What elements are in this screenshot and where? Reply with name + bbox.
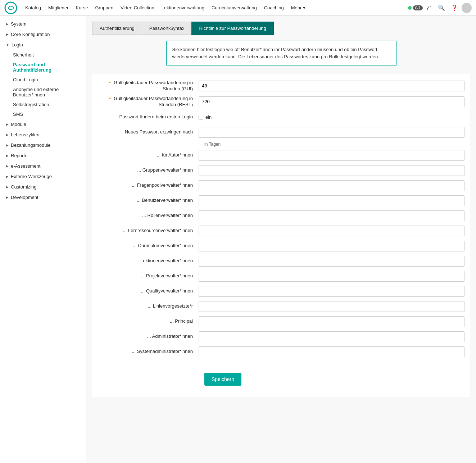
label-fragenpoolverwalter: ... Fragenpoolverwalter*innen <box>98 182 199 189</box>
input-lernressourcenverwalter[interactable] <box>199 226 464 236</box>
form-row-benutzerverwalter: ... Benutzerverwalter*innen <box>98 195 464 206</box>
label-administrator: ... Administrator*innen <box>98 333 199 340</box>
required-star-rest: ✶ <box>108 96 112 101</box>
label-first-login: Passwort ändern beim ersten Login <box>98 114 199 120</box>
input-autor[interactable] <box>199 150 464 161</box>
login-arrow <box>6 43 9 47</box>
input-rollenverwalter[interactable] <box>199 210 464 221</box>
input-gui-hours[interactable] <box>199 81 464 91</box>
label-rest-hours: ✶ Gültigkeitsdauer Passwortänderung in S… <box>98 96 199 108</box>
input-qualityverwalter[interactable] <box>199 286 464 297</box>
input-force-new[interactable] <box>199 127 464 138</box>
input-systemadministrator[interactable] <box>199 346 464 357</box>
nav-lektionenverwaltung[interactable]: Lektionenverwaltung <box>159 4 207 12</box>
form-row-rollenverwalter: ... Rollenverwalter*innen <box>98 210 464 222</box>
sidebar-item-development[interactable]: Development <box>0 192 86 203</box>
form-row-rest-hours: ✶ Gültigkeitsdauer Passwortänderung in S… <box>98 96 464 108</box>
form-row-principal: ... Principal <box>98 316 464 327</box>
nav-mehr[interactable]: Mehr ▾ <box>288 4 308 12</box>
sidebar-item-module[interactable]: Module <box>0 119 86 130</box>
print-button[interactable]: 🖨 <box>424 3 434 13</box>
system-arrow <box>6 22 9 26</box>
externe-arrow <box>6 174 9 178</box>
form-row-gruppenverwalter: ... Gruppenverwalter*innen <box>98 165 464 176</box>
nav-curriculumverwaltung[interactable]: Curriculumverwaltung <box>209 4 260 12</box>
sidebar-label-password-auth: Password und Authentifizierung <box>13 62 51 73</box>
nav-mitglieder[interactable]: Mitglieder <box>45 4 71 12</box>
label-principal: ... Principal <box>98 318 199 324</box>
tab-authentifizierung[interactable]: Authentifizierung <box>92 22 142 35</box>
tab-passwort-syntax[interactable]: Passwort-Syntax <box>142 22 192 35</box>
tab-richtlinie[interactable]: Richtlinie zur Passwortänderung <box>191 22 273 35</box>
sidebar-item-anon-ext[interactable]: Anonyme und externe Benutzer*innen <box>0 85 86 100</box>
sidebar-item-system[interactable]: System <box>0 19 86 29</box>
sidebar-label-reporte: Reporte <box>11 153 27 158</box>
sidebar-item-bezahlungsmodule[interactable]: Bezahlungsmodule <box>0 140 86 150</box>
form-row-qualityverwalter: ... Qualityverwalter*innen <box>98 286 464 297</box>
input-lektionenverwalter[interactable] <box>199 256 464 267</box>
logo[interactable] <box>4 1 17 14</box>
sidebar-label-cloud-login: Cloud Login <box>13 77 38 82</box>
input-benutzerverwalter[interactable] <box>199 195 464 206</box>
sidebar-item-selbstregistration[interactable]: Selbstregistration <box>0 100 86 109</box>
sidebar-label-anon-ext: Anonyme und externe Benutzer*innen <box>13 87 59 97</box>
sidebar-item-reporte[interactable]: Reporte <box>0 150 86 161</box>
sidebar-item-sms[interactable]: SMS <box>0 109 86 119</box>
sidebar-item-cloud-login[interactable]: Cloud Login <box>0 75 86 85</box>
save-button[interactable]: Speichern <box>204 373 241 386</box>
sidebar-item-login[interactable]: Login <box>0 40 86 50</box>
form-row-lektionenverwalter: ... Lektionenverwalter*innen <box>98 255 464 267</box>
form-row-projektverwalter: ... Projektverwalter*innen <box>98 271 464 282</box>
search-button[interactable]: 🔍 <box>436 3 447 13</box>
sidebar-item-sicherheit[interactable]: Sicherheit <box>0 50 86 60</box>
input-curriculumverwalter[interactable] <box>199 241 464 251</box>
form-row-lernressourcenverwalter: ... Lernressourcenverwalter*innen <box>98 225 464 237</box>
development-arrow <box>6 195 9 199</box>
sidebar-label-customizing: Customizing <box>11 184 37 190</box>
sidebar-label-sicherheit: Sicherheit <box>13 52 34 58</box>
user-avatar[interactable] <box>462 3 472 13</box>
label-systemadministrator: ... Systemadministrator*innen <box>98 349 199 355</box>
form-row-linienvorgesetzte: ... Linienvorgesetzte*r <box>98 301 464 312</box>
checkbox-first-login[interactable] <box>199 115 203 119</box>
required-star-gui: ✶ <box>108 80 112 85</box>
label-gui-hours: ✶ Gültigkeitsdauer Passwortänderung in S… <box>98 80 199 92</box>
nav-kurse[interactable]: Kurse <box>73 4 91 12</box>
input-administrator[interactable] <box>199 331 464 342</box>
sidebar-item-lebenszyklen[interactable]: Lebenszyklen <box>0 130 86 140</box>
nav-katalog[interactable]: Katalog <box>22 4 44 12</box>
sidebar-label-module: Module <box>11 122 26 127</box>
input-fragenpoolverwalter[interactable] <box>199 180 464 191</box>
input-gruppenverwalter[interactable] <box>199 165 464 176</box>
sidebar-label-login: Login <box>12 42 23 47</box>
nav-video-collection[interactable]: Video Collection <box>118 4 157 12</box>
label-projektverwalter: ... Projektverwalter*innen <box>98 273 199 279</box>
label-rollenverwalter: ... Rollenverwalter*innen <box>98 213 199 219</box>
sidebar-item-externe-werkzeuge[interactable]: Externe Werkzeuge <box>0 171 86 182</box>
nav-gruppen[interactable]: Gruppen <box>92 4 116 12</box>
sidebar-item-e-assessment[interactable]: e-Assessment <box>0 161 86 171</box>
input-rest-hours[interactable] <box>199 96 464 107</box>
info-box-text: Sie können hier festlegen wie oft Benutz… <box>172 47 379 59</box>
input-linienvorgesetzte[interactable] <box>199 301 464 312</box>
help-button[interactable]: ❓ <box>449 3 460 13</box>
lebenszyklen-arrow <box>6 133 9 137</box>
tab-bar: Authentifizierung Passwort-Syntax Richtl… <box>92 22 470 35</box>
save-row: Speichern <box>98 361 464 391</box>
sidebar-label-lebenszyklen: Lebenszyklen <box>11 132 40 137</box>
label-qualityverwalter: ... Qualityverwalter*innen <box>98 288 199 294</box>
input-projektverwalter[interactable] <box>199 271 464 282</box>
sidebar-item-password-auth[interactable]: Password und Authentifizierung <box>0 60 86 75</box>
input-principal[interactable] <box>199 316 464 327</box>
label-lektionenverwalter: ... Lektionenverwalter*innen <box>98 258 199 264</box>
sidebar-item-customizing[interactable]: Customizing <box>0 182 86 192</box>
hint-force-new: in Tagen <box>204 142 464 147</box>
bezahlungsmodule-arrow <box>6 143 9 147</box>
sidebar: System Core Konfiguration Login Sicherhe… <box>0 16 86 463</box>
main-content: Authentifizierung Passwort-Syntax Richtl… <box>86 16 476 463</box>
label-linienvorgesetzte: ... Linienvorgesetzte*r <box>98 303 199 309</box>
nav-coaching[interactable]: Coaching <box>261 4 287 12</box>
reporte-arrow <box>6 154 9 158</box>
sidebar-item-core-konfiguration[interactable]: Core Konfiguration <box>0 29 86 40</box>
form-row-first-login: Passwort ändern beim ersten Login ein <box>98 112 464 123</box>
